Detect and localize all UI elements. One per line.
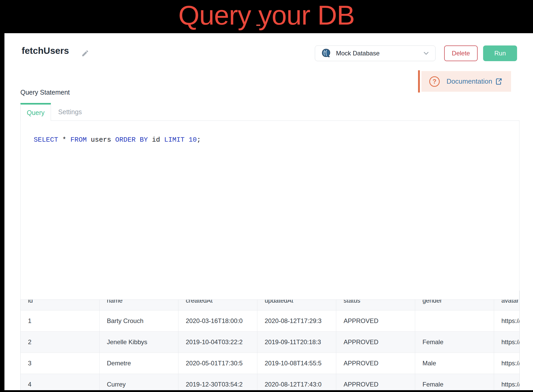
postgresql-icon <box>321 48 331 59</box>
table-row: 4Currey2019-12-30T03:54:22020-08-12T17:4… <box>21 374 520 390</box>
page-title: Query your DB <box>0 0 533 30</box>
sql-token <box>184 136 189 144</box>
table-cell: 2019-09-11T20:18:3 <box>257 332 336 353</box>
table-cell: 3 <box>21 353 100 374</box>
table-body: 1Barty Crouch2020-03-16T18:00:02020-08-1… <box>21 310 519 390</box>
table-cell: Female <box>415 374 494 390</box>
table-cell: Jenelle Kibbys <box>100 332 178 353</box>
sql-token: FROM <box>70 136 86 144</box>
database-selector-value: Mock Database <box>336 50 422 57</box>
tab-settings[interactable]: Settings <box>51 103 89 121</box>
app-page: fetchUsers Mock Database Delete Run ? Do… <box>4 33 533 390</box>
documentation-link[interactable]: ? Documentation <box>421 71 511 92</box>
table-cell: 1 <box>21 310 100 331</box>
sql-token: 10 <box>189 136 197 144</box>
table-cell: APPROVED <box>336 374 415 390</box>
sql-token: users <box>87 136 115 144</box>
table-cell: 2020-08-12T17:29:3 <box>257 310 336 331</box>
table-cell: Currey <box>100 374 178 390</box>
documentation-label: Documentation <box>447 77 492 85</box>
table-cell: 2019-12-30T03:54:2 <box>178 374 257 390</box>
run-button[interactable]: Run <box>483 45 517 61</box>
tab-query[interactable]: Query <box>20 103 51 121</box>
delete-button[interactable]: Delete <box>444 45 478 61</box>
table-cell: 2019-10-04T03:22:2 <box>178 332 257 353</box>
cursor-dash <box>256 25 260 26</box>
table-cell: 2019-10-08T14:55:5 <box>257 353 336 374</box>
query-name: fetchUsers <box>22 45 69 56</box>
table-row: 2Jenelle Kibbys2019-10-04T03:22:22019-09… <box>21 331 520 353</box>
table-cell: 2020-08-12T17:43:0 <box>257 374 336 390</box>
table-row: 3Demetre2020-05-01T17:30:52019-10-08T14:… <box>21 353 520 374</box>
table-cell: https:// <box>494 374 520 390</box>
chevron-down-icon <box>422 49 430 57</box>
table-cell: Male <box>415 353 494 374</box>
documentation-accent-bar <box>418 70 420 93</box>
table-cell: 2020-05-01T17:30:5 <box>178 353 257 374</box>
sql-token: SELECT <box>34 136 58 144</box>
table-cell: https:// <box>494 310 520 331</box>
pencil-icon[interactable] <box>81 49 89 57</box>
doc-export-icon <box>495 78 502 85</box>
database-selector[interactable]: Mock Database <box>315 45 436 61</box>
table-cell: Demetre <box>100 353 178 374</box>
table-cell: 4 <box>21 374 100 390</box>
query-response-table: idnamecreatedAtupdatedAtstatusgenderavat… <box>20 291 520 390</box>
sql-editor[interactable]: SELECT * FROM users ORDER BY id LIMIT 10… <box>20 120 519 300</box>
sql-token: LIMIT <box>164 136 184 144</box>
table-row: 1Barty Crouch2020-03-16T18:00:02020-08-1… <box>21 310 520 331</box>
sql-token: * <box>58 136 71 144</box>
table-cell: Female <box>415 332 494 353</box>
top-banner: Query your DB <box>0 0 533 33</box>
table-cell: https:// <box>494 353 520 374</box>
query-statement-label: Query Statement <box>20 89 70 96</box>
sql-code-line: SELECT * FROM users ORDER BY id LIMIT 10… <box>34 136 201 144</box>
table-cell <box>415 310 494 331</box>
table-cell: APPROVED <box>336 353 415 374</box>
question-circle-icon: ? <box>429 76 440 87</box>
table-cell: 2020-03-16T18:00:0 <box>178 310 257 331</box>
table-cell: 2 <box>21 332 100 353</box>
table-cell: APPROVED <box>336 332 415 353</box>
table-cell: https:// <box>494 332 520 353</box>
table-cell: APPROVED <box>336 310 415 331</box>
table-cell: Barty Crouch <box>100 310 178 331</box>
sql-token: ORDER BY <box>115 136 148 144</box>
sql-token: id <box>148 136 164 144</box>
sql-token: ; <box>197 136 201 144</box>
